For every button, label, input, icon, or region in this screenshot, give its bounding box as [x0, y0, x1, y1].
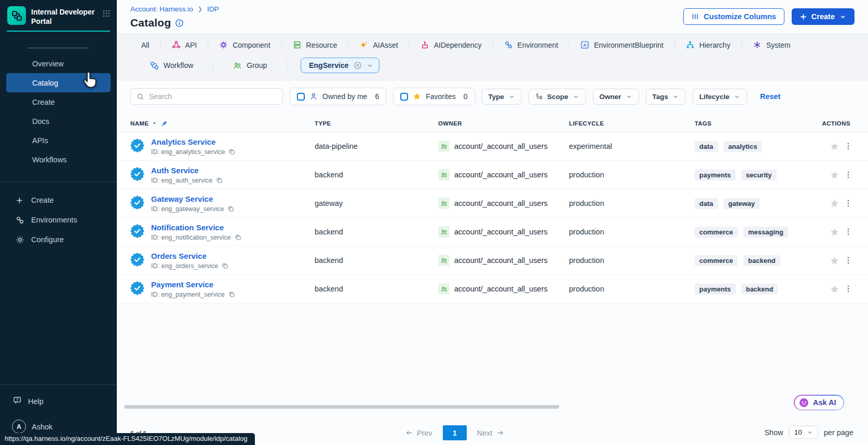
- create-button[interactable]: Create: [792, 8, 855, 25]
- sidebar-secondary-environments[interactable]: Environments: [0, 210, 117, 230]
- tab-resource[interactable]: Resource: [282, 39, 349, 51]
- owned-by-me-checkbox[interactable]: [297, 93, 305, 101]
- entity-name-link[interactable]: Orders Service: [151, 252, 228, 260]
- kebab-menu-icon[interactable]: [844, 285, 852, 293]
- kebab-menu-icon[interactable]: [844, 228, 852, 236]
- table-row-notification-service[interactable]: Notification Service ID: eng_notificatio…: [117, 218, 868, 246]
- entity-lifecycle: experimental: [569, 142, 695, 150]
- copy-icon[interactable]: [227, 205, 234, 212]
- kebab-menu-icon[interactable]: [844, 199, 852, 207]
- copy-icon[interactable]: [222, 262, 228, 269]
- favorite-star-icon[interactable]: [830, 142, 839, 151]
- pin-icon[interactable]: [160, 120, 168, 127]
- breadcrumb-account[interactable]: Account: Harness.io: [130, 5, 193, 13]
- tab-hierarchy[interactable]: Hierarchy: [675, 39, 742, 51]
- filter-type[interactable]: Type: [482, 89, 522, 105]
- tab-api[interactable]: API: [161, 39, 209, 51]
- favorite-star-icon[interactable]: [830, 170, 839, 180]
- help-button[interactable]: ? Help: [0, 391, 117, 411]
- favorite-star-icon[interactable]: [830, 284, 839, 294]
- column-owner[interactable]: OWNER: [438, 120, 569, 127]
- sort-asc-icon[interactable]: [152, 121, 157, 126]
- sidebar-item-overview[interactable]: Overview: [6, 54, 111, 73]
- tab-environmentblueprint[interactable]: A EnvironmentBlueprint: [569, 39, 675, 51]
- tab-workflow[interactable]: Workflow: [130, 60, 213, 72]
- close-circle-icon[interactable]: [354, 61, 362, 69]
- filter-scope[interactable]: Scope: [528, 89, 586, 105]
- search-input[interactable]: [149, 92, 277, 101]
- table-row-analytics-service[interactable]: Analytics Service ID: eng_analytics_serv…: [117, 132, 868, 161]
- tab-group[interactable]: Group: [213, 60, 287, 72]
- horizontal-scrollbar[interactable]: [124, 405, 559, 409]
- svg-text:?: ?: [16, 397, 19, 402]
- aidependency-icon: [421, 40, 429, 49]
- sidebar-secondary-create[interactable]: Create: [0, 190, 117, 210]
- info-icon[interactable]: [175, 19, 184, 27]
- chevron-down-icon: [508, 93, 515, 100]
- tab-component[interactable]: Component: [208, 39, 281, 51]
- app-switcher-icon[interactable]: [102, 9, 111, 20]
- favorite-star-icon[interactable]: [830, 227, 839, 237]
- tag-chip: messaging: [743, 227, 788, 238]
- entity-type: backend: [315, 285, 438, 293]
- copy-icon[interactable]: [216, 177, 223, 184]
- prev-page-button[interactable]: Prev: [405, 429, 432, 437]
- sidebar-item-workflows[interactable]: Workflows: [6, 150, 111, 169]
- copy-icon[interactable]: [228, 291, 235, 298]
- tab-all[interactable]: All: [130, 39, 161, 51]
- reset-filters-link[interactable]: Reset: [760, 92, 781, 101]
- copy-icon[interactable]: [235, 234, 241, 241]
- search-box[interactable]: [130, 88, 283, 105]
- favorite-star-icon[interactable]: [830, 199, 839, 208]
- entity-name-link[interactable]: Payment Service: [151, 280, 235, 289]
- sidebar-item-docs[interactable]: Docs: [6, 112, 111, 131]
- entity-name-link[interactable]: Gateway Service: [151, 194, 234, 203]
- tab-system[interactable]: System: [742, 39, 802, 51]
- next-page-button[interactable]: Next: [477, 429, 504, 437]
- filter-lifecycle[interactable]: Lifecycle: [693, 89, 747, 105]
- sidebar-item-catalog[interactable]: Catalog: [6, 73, 111, 92]
- favorites-filter[interactable]: Favorites 0: [393, 88, 474, 105]
- column-type[interactable]: TYPE: [315, 120, 438, 127]
- column-tags[interactable]: TAGS: [695, 120, 818, 127]
- table-row-orders-service[interactable]: Orders Service ID: eng_orders_service ba…: [117, 246, 868, 275]
- entity-name-link[interactable]: Notification Service: [151, 223, 241, 232]
- favorites-checkbox[interactable]: [400, 93, 408, 101]
- filter-tags[interactable]: Tags: [646, 89, 686, 105]
- breadcrumb: Account: Harness.io ❯ IDP: [130, 5, 219, 13]
- verified-badge-icon: [130, 281, 144, 297]
- column-lifecycle[interactable]: LIFECYCLE: [569, 120, 695, 127]
- tag-chip: commerce: [695, 227, 738, 238]
- table-row-auth-service[interactable]: Auth Service ID: eng_auth_service backen…: [117, 161, 868, 189]
- chevron-down-icon[interactable]: [367, 62, 373, 69]
- tab-aiasset[interactable]: AIAsset: [348, 39, 409, 51]
- table-row-gateway-service[interactable]: Gateway Service ID: eng_gateway_service …: [117, 189, 868, 218]
- entity-name-link[interactable]: Analytics Service: [151, 137, 235, 146]
- entity-tags: paymentsbackend: [695, 284, 818, 295]
- idp-logo-icon[interactable]: [7, 6, 26, 25]
- table-row-payment-service[interactable]: Payment Service ID: eng_payment_service …: [117, 275, 868, 303]
- per-page-select[interactable]: 10: [789, 426, 818, 439]
- current-page-button[interactable]: 1: [443, 425, 467, 440]
- sidebar-item-apis[interactable]: APIs: [6, 131, 111, 150]
- tab-aidependency[interactable]: AIDependency: [410, 39, 493, 51]
- sidebar-secondary-configure[interactable]: Configure: [0, 230, 117, 249]
- kebab-menu-icon[interactable]: [844, 256, 852, 265]
- copy-icon[interactable]: [228, 148, 235, 155]
- favorite-star-icon[interactable]: [830, 256, 839, 266]
- filter-owner[interactable]: Owner: [593, 89, 639, 105]
- selected-entity-chip[interactable]: EngService: [301, 58, 379, 73]
- entity-name-link[interactable]: Auth Service: [151, 166, 223, 175]
- kebab-menu-icon[interactable]: [844, 142, 852, 150]
- tag-chip: payments: [695, 170, 736, 180]
- column-name[interactable]: NAME: [130, 120, 315, 127]
- tab-environment[interactable]: Environment: [493, 39, 570, 51]
- sidebar-item-create[interactable]: Create: [6, 92, 111, 112]
- breadcrumb-module[interactable]: IDP: [207, 5, 219, 13]
- ask-ai-button[interactable]: Ask AI: [795, 396, 844, 410]
- customize-columns-button[interactable]: Customize Columns: [683, 8, 784, 25]
- kebab-menu-icon[interactable]: [844, 171, 852, 179]
- entity-owner: account/_account_all_users: [454, 228, 548, 236]
- main-content: Account: Harness.io ❯ IDP Catalog Custom: [117, 0, 868, 445]
- owned-by-me-filter[interactable]: Owned by me 6: [290, 88, 386, 105]
